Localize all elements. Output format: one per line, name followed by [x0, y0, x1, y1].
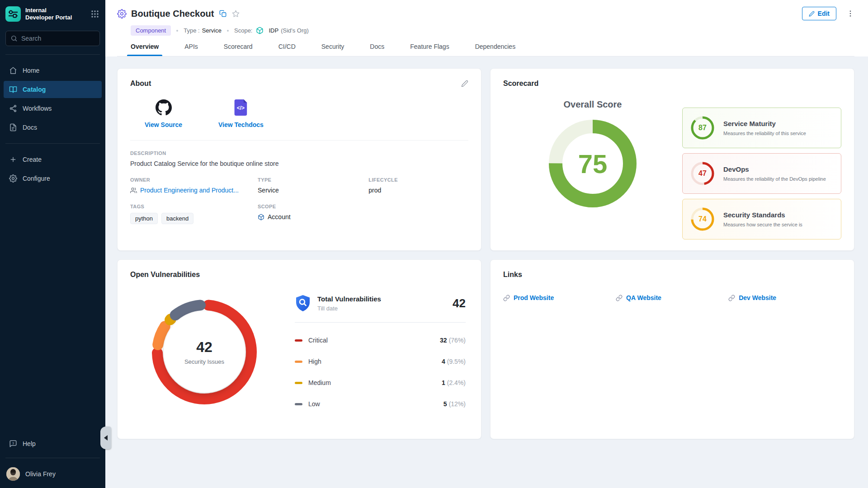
overview-content: About View Source </> View Techdocs: [105, 56, 868, 488]
type-field-label: TYPE: [258, 177, 368, 183]
sidebar-item-workflows[interactable]: Workflows: [4, 100, 102, 117]
page-title: Boutique Checkout: [131, 9, 214, 19]
tab-dependencies[interactable]: Dependencies: [475, 43, 516, 56]
vulnerabilities-card: Open Vulnerabilities: [117, 259, 481, 439]
svg-text:</>: </>: [237, 105, 245, 111]
overall-score-label: Overall Score: [564, 99, 622, 110]
devops-gauge: 47: [690, 161, 715, 186]
scope-value: IDP: [269, 27, 278, 34]
tab-apis[interactable]: APIs: [184, 43, 198, 56]
description-label: DESCRIPTION: [130, 150, 468, 156]
divider: [295, 322, 466, 323]
apps-grid-icon[interactable]: [91, 10, 99, 18]
scope-field-label: SCOPE: [258, 204, 368, 209]
cube-icon: [256, 27, 264, 34]
workflows-icon: [9, 104, 17, 113]
app-logo-icon: [5, 6, 21, 22]
gear-icon: [9, 174, 17, 183]
search-input[interactable]: [21, 35, 95, 42]
total-vulnerabilities-sub: Till date: [317, 305, 453, 312]
type-label: Type :: [184, 27, 199, 34]
main-area: Boutique Checkout Edit Component: [105, 0, 868, 488]
tab-bar: Overview APIs Scorecard CI/CD Security D…: [117, 43, 854, 56]
vulnerabilities-title: Open Vulnerabilities: [130, 271, 200, 279]
view-source-link[interactable]: View Source: [145, 99, 182, 128]
qa-website-link[interactable]: QA Website: [616, 294, 728, 301]
tag-chip[interactable]: backend: [161, 213, 193, 224]
tab-docs[interactable]: Docs: [370, 43, 384, 56]
copy-icon[interactable]: [219, 10, 226, 17]
links-card: Links Prod Website QA Website Dev Websit…: [490, 259, 854, 439]
scorecard-item-security-standards[interactable]: 74 Security Standards Measures how secur…: [682, 199, 841, 239]
dev-website-link[interactable]: Dev Website: [728, 294, 841, 301]
edit-button[interactable]: Edit: [802, 7, 836, 20]
plus-icon: [9, 155, 17, 164]
tab-scorecard[interactable]: Scorecard: [224, 43, 253, 56]
catalog-icon: [9, 85, 17, 94]
svg-text:?: ?: [12, 441, 14, 446]
kind-badge: Component: [131, 25, 171, 36]
tab-feature-flags[interactable]: Feature Flags: [410, 43, 449, 56]
user-name: Olivia Frey: [25, 470, 56, 478]
about-card: About View Source </> View Techdocs: [117, 68, 481, 251]
sidebar-item-catalog[interactable]: Catalog: [4, 81, 102, 98]
search-icon: [10, 35, 18, 42]
link-icon: [503, 295, 510, 301]
high-dash-icon: [295, 361, 302, 363]
user-menu[interactable]: Olivia Frey: [0, 463, 105, 488]
tab-security[interactable]: Security: [321, 43, 344, 56]
help-icon: ?: [9, 440, 17, 448]
scope-org: (Sid's Org): [281, 27, 309, 34]
app-root: Internal Developer Portal Home Catalog W…: [0, 0, 868, 488]
prod-website-link[interactable]: Prod Website: [503, 294, 616, 301]
owner-link[interactable]: Product Engineering and Product...: [140, 187, 239, 194]
security-issues-label: Security Issues: [184, 358, 224, 365]
sidebar-item-configure[interactable]: Configure: [4, 170, 102, 187]
medium-dash-icon: [295, 382, 302, 384]
lifecycle-label: LIFECYCLE: [368, 177, 468, 183]
users-icon: [130, 187, 137, 194]
overall-score-donut: 75: [545, 116, 640, 211]
vulnerabilities-donut: 42 Security Issues: [146, 294, 262, 410]
severity-row-low: Low 5 (12%): [295, 400, 466, 408]
severity-row-medium: Medium 1 (2.4%): [295, 379, 466, 386]
scorecard-card: Scorecard Overall Score 75: [490, 68, 854, 251]
scope-label: Scope:: [234, 27, 252, 34]
sidebar-item-create[interactable]: Create: [4, 151, 102, 168]
tab-cicd[interactable]: CI/CD: [278, 43, 296, 56]
sidebar-item-help[interactable]: ? Help: [4, 435, 102, 452]
tab-overview[interactable]: Overview: [131, 43, 159, 56]
link-icon: [728, 295, 735, 301]
critical-dash-icon: [295, 339, 302, 342]
divider: [5, 54, 100, 55]
links-title: Links: [503, 271, 522, 279]
sidebar-item-docs[interactable]: Docs: [4, 119, 102, 136]
about-edit-icon[interactable]: [461, 80, 468, 87]
type-value: Service: [202, 27, 222, 34]
star-icon[interactable]: [232, 10, 240, 18]
sidebar-collapse-handle[interactable]: [100, 427, 111, 449]
logo-row: Internal Developer Portal: [0, 0, 105, 26]
more-options-icon[interactable]: [846, 9, 854, 18]
divider: [130, 140, 468, 141]
severity-row-high: High 4 (9.5%): [295, 358, 466, 365]
sidebar: Internal Developer Portal Home Catalog W…: [0, 0, 105, 488]
scorecard-item-service-maturity[interactable]: 87 Service Maturity Measures the reliabi…: [682, 108, 841, 148]
account-scope-icon: [258, 214, 264, 221]
description-value: Product Catalog Service for the boutique…: [130, 160, 468, 167]
total-vulnerabilities-value: 42: [453, 296, 466, 310]
chevron-left-icon: [104, 435, 108, 441]
type-field-value: Service: [258, 187, 368, 194]
sidebar-item-home[interactable]: Home: [4, 62, 102, 79]
home-icon: [9, 66, 17, 75]
view-techdocs-link[interactable]: </> View Techdocs: [218, 99, 264, 128]
shield-search-icon: [295, 294, 311, 312]
search-box[interactable]: [5, 31, 100, 46]
scorecard-item-devops[interactable]: 47 DevOps Measures the reliability of th…: [682, 153, 841, 194]
page-header: Boutique Checkout Edit Component: [105, 0, 868, 56]
github-icon: [156, 99, 172, 116]
security-standards-gauge: 74: [690, 206, 715, 232]
tag-chip[interactable]: python: [130, 213, 158, 224]
total-vulnerabilities-title: Total Vulnerabilities: [317, 295, 453, 303]
pencil-icon: [809, 11, 815, 17]
